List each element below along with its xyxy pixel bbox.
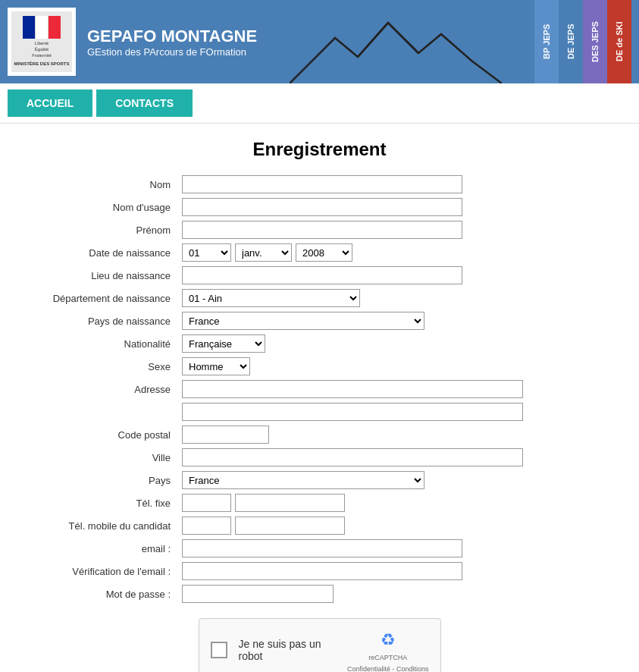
nom-usage-label: Nom d'usage xyxy=(15,202,182,213)
tel-mobile-label: Tél. mobile du candidat xyxy=(15,520,182,532)
app-subtitle: GEstion des PArcours de FOrmation xyxy=(87,46,257,58)
captcha-container: Je ne suis pas un robot ♻ reCAPTCHA Conf… xyxy=(15,618,624,672)
adresse-input-1[interactable] xyxy=(182,380,523,398)
email-verify-label: Vérification de l'email : xyxy=(15,566,182,577)
captcha-logo: ♻ reCAPTCHA Confidentialité - Conditions xyxy=(347,628,429,672)
form-title: Enregistrement xyxy=(15,139,624,160)
ville-row: Ville xyxy=(15,448,624,466)
email-row: email : xyxy=(15,539,624,557)
badge-de-ski[interactable]: DE de SKI xyxy=(607,0,631,83)
nom-usage-input[interactable] xyxy=(182,198,462,216)
badge-des-jeps[interactable]: DES JEPS xyxy=(583,0,607,83)
logo-inner: Liberté Égalité Fraternité MINISTÈRE DES… xyxy=(11,11,72,72)
tel-fixe-label: Tél. fixe xyxy=(15,498,182,509)
pays-row: Pays France Allemagne Belgique Espagne I… xyxy=(15,471,624,489)
date-naissance-label: Date de naissance xyxy=(15,247,182,259)
nationalite-select[interactable]: Française Allemande Belge Espagnole Ital… xyxy=(182,334,265,353)
month-select[interactable]: janv.févr.marsavr. maijuinjuil.août sept… xyxy=(235,243,292,262)
code-postal-row: Code postal xyxy=(15,425,624,444)
tel-fixe-prefix[interactable] xyxy=(182,494,231,512)
accueil-button[interactable]: ACCUEIL xyxy=(8,89,92,117)
nationalite-label: Nationalité xyxy=(15,338,182,350)
captcha-links: Confidentialité - Conditions xyxy=(347,665,429,672)
flag-blue xyxy=(23,16,35,39)
pays-select[interactable]: France Allemagne Belgique Espagne Italie… xyxy=(182,471,424,489)
badge-de-jeps[interactable]: DE JEPS xyxy=(559,0,583,83)
recaptcha-icon: ♻ xyxy=(376,628,400,652)
prenom-input[interactable] xyxy=(182,221,462,239)
password-label: Mot de passe : xyxy=(15,589,182,600)
code-postal-label: Code postal xyxy=(15,429,182,441)
adresse-row-2 xyxy=(15,403,624,421)
ville-label: Ville xyxy=(15,452,182,463)
tel-mobile-number[interactable] xyxy=(235,517,345,535)
pays-naissance-label: Pays de naissance xyxy=(15,316,182,327)
tel-fixe-row: Tél. fixe xyxy=(15,494,624,512)
pays-naissance-select[interactable]: France Allemagne Belgique Espagne Italie… xyxy=(182,312,424,330)
french-flag xyxy=(23,16,61,39)
password-input[interactable] xyxy=(182,585,334,603)
departement-select[interactable]: 01 - Ain 02 - Aisne 03 - Allier 04 - Alp… xyxy=(182,289,360,307)
day-select[interactable]: 0102030405 0607080910 1112131415 1617181… xyxy=(182,243,231,262)
code-postal-input[interactable] xyxy=(182,425,269,444)
pays-label: Pays xyxy=(15,475,182,486)
lieu-naissance-label: Lieu de naissance xyxy=(15,270,182,281)
nom-usage-row: Nom d'usage xyxy=(15,198,624,216)
sexe-label: Sexe xyxy=(15,361,182,372)
logo-text: Liberté Égalité Fraternité MINISTÈRE DES… xyxy=(14,41,69,67)
contacts-button[interactable]: CONTACTS xyxy=(96,89,193,117)
captcha-checkbox[interactable] xyxy=(211,642,227,658)
nationalite-row: Nationalité Française Allemande Belge Es… xyxy=(15,334,624,353)
email-verify-row: Vérification de l'email : xyxy=(15,562,624,580)
pays-naissance-row: Pays de naissance France Allemagne Belgi… xyxy=(15,312,624,330)
departement-naissance-label: Département de naissance xyxy=(15,293,182,304)
email-verify-input[interactable] xyxy=(182,562,462,580)
header-title: GEPAFO MONTAGNE GEstion des PArcours de … xyxy=(87,27,257,58)
lieu-naissance-input[interactable] xyxy=(182,266,462,284)
email-label: email : xyxy=(15,543,182,554)
adresse-row-1: Adresse xyxy=(15,380,624,398)
app-title: GEPAFO MONTAGNE xyxy=(87,27,257,46)
badge-bp-jeps[interactable]: BP JEPS xyxy=(534,0,559,83)
header: Liberté Égalité Fraternité MINISTÈRE DES… xyxy=(0,0,639,83)
nom-input[interactable] xyxy=(182,175,462,193)
tel-fixe-group xyxy=(182,494,345,512)
sexe-row: Sexe Homme Femme xyxy=(15,357,624,375)
captcha-box: Je ne suis pas un robot ♻ reCAPTCHA Conf… xyxy=(199,618,441,672)
year-select[interactable]: 1940195019601970 1980199020002001 200220… xyxy=(296,243,352,262)
navbar: ACCUEIL CONTACTS xyxy=(0,83,639,124)
flag-white xyxy=(35,16,49,39)
captcha-brand: reCAPTCHA xyxy=(368,654,407,662)
password-row: Mot de passe : xyxy=(15,585,624,603)
tel-mobile-group xyxy=(182,517,345,535)
nom-row: Nom xyxy=(15,175,624,193)
tel-mobile-prefix[interactable] xyxy=(182,517,231,535)
captcha-label: Je ne suis pas un robot xyxy=(239,638,336,662)
email-input[interactable] xyxy=(182,539,462,557)
sexe-select[interactable]: Homme Femme xyxy=(182,357,250,375)
mountain-graphic xyxy=(257,0,534,83)
header-badges: BP JEPS DE JEPS DES JEPS DE de SKI xyxy=(534,0,631,83)
prenom-row: Prénom xyxy=(15,221,624,239)
ville-input[interactable] xyxy=(182,448,523,466)
flag-red xyxy=(49,16,61,39)
nom-label: Nom xyxy=(15,179,182,190)
adresse-label: Adresse xyxy=(15,384,182,395)
adresse-input-2[interactable] xyxy=(182,403,523,421)
lieu-naissance-row: Lieu de naissance xyxy=(15,266,624,284)
date-naissance-row: Date de naissance 0102030405 0607080910 … xyxy=(15,243,624,262)
registration-form: Nom Nom d'usage Prénom Date de naissance… xyxy=(15,175,624,603)
tel-mobile-row: Tél. mobile du candidat xyxy=(15,517,624,535)
logo-container: Liberté Égalité Fraternité MINISTÈRE DES… xyxy=(8,8,76,76)
tel-fixe-number[interactable] xyxy=(235,494,345,512)
prenom-label: Prénom xyxy=(15,225,182,236)
main-content: Enregistrement Nom Nom d'usage Prénom Da… xyxy=(0,124,639,672)
departement-naissance-row: Département de naissance 01 - Ain 02 - A… xyxy=(15,289,624,307)
